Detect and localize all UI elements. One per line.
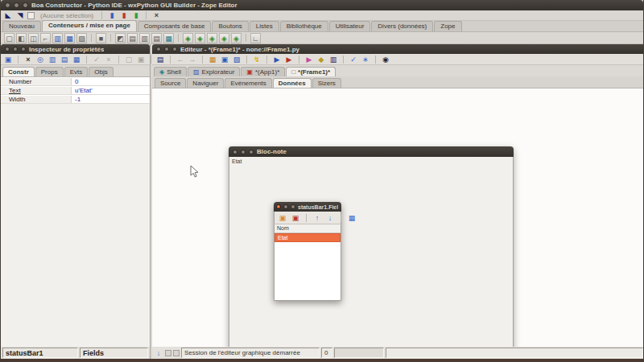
tab-shell[interactable]: ◈ Shell [154,67,187,76]
window-icon[interactable]: ◧ [16,33,27,43]
forward-icon[interactable]: → [188,55,197,64]
status-toggle-2[interactable] [173,350,180,356]
maximize-button[interactable] [249,150,254,154]
cancel-icon[interactable]: × [104,55,114,64]
tab-source[interactable]: Source [155,78,186,88]
run-module-icon[interactable]: ▶ [284,55,294,64]
statusbar-field-preview[interactable]: Etat [232,158,242,164]
tabbed-window-icon[interactable]: ◩ [115,33,126,43]
palette-tab-divers[interactable]: Divers (données) [371,21,433,31]
designer-frame-titlebar[interactable]: Bloc-note [229,146,514,157]
designer-frame-body[interactable]: Etat [229,157,514,347]
editor-titlebar[interactable]: Editeur - *(Frame1)* - none://Frame1.py [152,44,644,54]
fields-list[interactable]: Nom Etat [274,224,341,301]
property-value[interactable]: u'Etat' [72,87,150,94]
fields-dialog-titlebar[interactable]: statusBar1.Fiel [274,202,341,212]
maximize-button[interactable] [21,47,26,51]
flex-grid-sizer-icon[interactable]: ◈ [219,33,229,43]
anchors-icon[interactable]: ∟ [250,33,261,43]
help-icon[interactable]: ◉ [381,55,390,64]
tab-props[interactable]: Props [35,67,64,76]
tab-explorateur[interactable]: ▨ Explorateur [188,67,240,76]
move-down-icon[interactable]: ↓ [325,213,335,223]
minimize-button[interactable] [283,204,288,209]
palette-tab-composants[interactable]: Composants de base [138,21,212,31]
close-button[interactable] [5,47,10,51]
colored-panel-icon[interactable]: ▦ [64,33,75,43]
switch-designer-icon[interactable]: ▦ [72,55,81,64]
save-as-icon[interactable]: ▨ [232,55,242,64]
palette-tab-utilisateur[interactable]: Utilisateur [329,21,371,31]
tab-sizers[interactable]: Sizers [312,78,341,88]
tab-donnees[interactable]: Données [273,78,312,88]
move-up-icon[interactable]: ↑ [312,213,322,223]
maximize-button[interactable] [172,47,177,51]
selection-checkbox[interactable] [27,12,35,19]
frame-layout-icon[interactable]: ⌐ [40,33,51,43]
property-row[interactable]: Text u'Etat' [1,86,150,95]
property-row[interactable]: Number 0 [1,77,150,86]
close-button[interactable] [5,2,10,8]
property-value[interactable]: 0 [72,78,150,85]
close-button[interactable] [233,150,237,154]
panel-icon[interactable]: ▢ [4,33,14,43]
back-icon[interactable]: ← [175,55,185,64]
minimize-button[interactable] [14,2,19,8]
field-row-etat[interactable]: Etat [275,233,341,242]
fields-list-header[interactable]: Nom [275,224,341,233]
minimize-button[interactable] [164,47,169,51]
paste-prop-icon[interactable]: ▣ [136,55,146,64]
list-ctrl-icon[interactable]: ▤ [151,33,162,43]
scrolled-window-icon[interactable]: ▨ [76,33,87,43]
tab-app1[interactable]: ▣ *(App1)* [241,67,285,76]
gridbag-sizer-icon[interactable]: ◈ [231,33,242,43]
text-panel-icon[interactable]: ▥ [139,33,150,43]
tab-naviguer[interactable]: Naviguer [187,78,224,88]
box-sizer-icon[interactable]: ◈ [183,33,193,43]
minimize-button[interactable] [241,150,246,154]
property-row[interactable]: Width -1 [1,95,150,104]
session-log-icon[interactable]: ↓ [154,348,163,358]
close-button[interactable] [276,204,281,209]
grid-window-icon[interactable]: ▦ [163,33,174,43]
palette-tab-zope[interactable]: Zope [434,21,461,31]
boa-help-icon[interactable]: ▮ [131,10,141,20]
tab-evenements[interactable]: Evénements [225,78,271,88]
maximize-button[interactable] [291,204,295,209]
tab-objs[interactable]: Objs [89,67,113,76]
close-button[interactable] [156,47,161,51]
palette-tab-listes[interactable]: Listes [250,21,279,31]
static-box-sizer-icon[interactable]: ◈ [195,33,205,43]
tab-constr[interactable]: Constr [2,67,35,76]
property-value[interactable]: -1 [72,96,150,103]
check-source-icon[interactable]: ↯ [252,55,262,64]
designer-frame-window[interactable]: Bloc-note Etat [229,146,514,347]
palette-tab-nouveau[interactable]: Nouveau [2,21,41,31]
source-view-icon[interactable]: ▥ [328,55,338,64]
notebook-icon[interactable]: ▤ [60,55,69,64]
main-window-titlebar[interactable]: Boa Constructor - Python IDE - wxPython … [1,0,643,10]
find-component-icon[interactable]: ◎ [35,55,45,64]
post-icon[interactable]: ✓ [349,55,358,64]
list-window-icon[interactable]: ▤ [127,33,138,43]
print-icon[interactable]: ▤ [155,55,165,64]
snapshot-icon[interactable]: ▣ [3,55,13,64]
confirm-icon[interactable]: ✓ [92,55,101,64]
new-field-icon[interactable]: ▣ [278,213,287,223]
breakpoint-icon[interactable]: ◆ [316,55,326,64]
close-selection-icon[interactable]: × [151,10,161,20]
inspector-titlebar[interactable]: Inspecteur de propriétés [1,44,150,54]
minimize-button[interactable] [13,47,18,51]
maximize-button[interactable] [23,2,28,8]
palette-tab-conteneurs[interactable]: Conteneurs / mise en page [42,20,137,31]
statusbar-fields-dialog[interactable]: statusBar1.Fiel ▣ ▣ ↑ ↓ ▦ Nom Etat [274,202,341,301]
spacer-icon[interactable]: ■ [96,33,106,43]
inspect-field-icon[interactable]: ▦ [347,213,357,223]
splitter-window-icon[interactable]: ◫ [28,33,39,43]
wxpython-help-icon[interactable]: ▮ [107,10,117,20]
delete-selection-icon[interactable]: × [23,55,33,64]
notebook-icon[interactable]: ▥ [52,33,63,43]
designer-tool-icon[interactable]: ◥ [15,10,25,20]
copy-prop-icon[interactable]: ▢ [124,55,134,64]
copy-icon[interactable]: ▥ [47,55,57,64]
